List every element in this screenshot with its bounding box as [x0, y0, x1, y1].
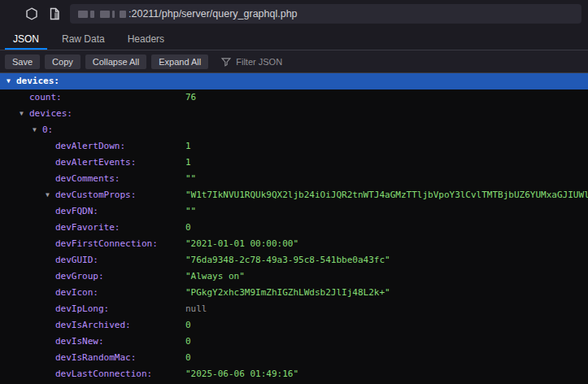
json-row[interactable]: devGroup:"Always on" [0, 268, 588, 285]
expand-all-button[interactable]: Expand All [151, 55, 208, 69]
json-value: "76da9348-2c78-49a3-95c8-541bbe0a43fc" [185, 252, 390, 268]
json-key: count: [29, 89, 62, 106]
json-toolbar: Save Copy Collapse All Expand All Filter… [0, 50, 588, 73]
json-key: devIpLong: [55, 301, 109, 317]
json-value: 0 [185, 317, 191, 334]
filter-icon [221, 57, 231, 67]
json-value: 0 [185, 334, 191, 350]
page-icon[interactable] [47, 7, 62, 21]
json-key: devFirstConnection: [55, 236, 158, 252]
json-value: 0 [185, 220, 191, 236]
collapse-all-button[interactable]: Collapse All [85, 55, 146, 69]
json-row[interactable]: devAlertEvents:1 [0, 155, 588, 171]
json-value: "" [185, 171, 196, 187]
json-key: devCustomProps: [55, 187, 136, 203]
copy-button[interactable]: Copy [45, 55, 81, 69]
json-value: "2021-01-01 00:00:00" [185, 236, 298, 252]
tab-headers[interactable]: Headers [116, 28, 176, 50]
url-text: :20211/php/server/query_graphql.php [128, 8, 298, 20]
json-key: devIcon: [55, 285, 98, 301]
json-row[interactable]: ▼devices: [0, 106, 588, 122]
json-key: devIsNew: [55, 334, 104, 350]
json-row[interactable]: devIpLong:null [0, 301, 588, 317]
json-value: 0 [185, 350, 191, 366]
json-key: devAlertEvents: [55, 155, 136, 171]
json-value: 1 [185, 155, 191, 171]
json-value: "PGkgY2xhc3M9ImZhIGZhLWdsb2JlIj48L2k+" [185, 285, 390, 301]
json-value: "W1t7IkNVU1RQUk9QX2ljb24iOiJQR2tnWTJ4aGM… [185, 187, 588, 203]
json-key: 0: [42, 122, 53, 138]
json-row[interactable]: devGUID:"76da9348-2c78-49a3-95c8-541bbe0… [0, 252, 588, 268]
json-row[interactable]: count:76 [0, 89, 588, 106]
json-row[interactable]: devLastConnection:"2025-06-06 01:49:16" [0, 366, 588, 382]
json-row[interactable]: ▼0: [0, 122, 588, 138]
shield-icon[interactable] [24, 7, 39, 21]
json-row[interactable]: devIcon:"PGkgY2xhc3M9ImZhIGZhLWdsb2JlIj4… [0, 285, 588, 301]
json-value: 1 [185, 138, 191, 155]
viewer-tabs: JSON Raw Data Headers [0, 28, 588, 50]
json-row[interactable]: devAlertDown:1 [0, 138, 588, 155]
json-row[interactable]: ▼devCustomProps:"W1t7IkNVU1RQUk9QX2ljb24… [0, 187, 588, 203]
json-key: devIsArchived: [55, 317, 131, 334]
json-row[interactable]: ▼devices: [0, 73, 588, 89]
json-key: devFQDN: [55, 203, 98, 220]
twisty-icon[interactable]: ▼ [7, 73, 11, 89]
tab-raw-data[interactable]: Raw Data [50, 28, 116, 50]
json-row[interactable]: devFirstConnection:"2021-01-01 00:00:00" [0, 236, 588, 252]
json-key: devices: [29, 106, 72, 122]
filter-placeholder: Filter JSON [236, 57, 282, 67]
json-value: 76 [185, 89, 196, 106]
json-row[interactable]: devIsNew:0 [0, 334, 588, 350]
json-key: devAlertDown: [55, 138, 125, 155]
json-value: "2025-06-06 01:49:16" [185, 366, 298, 382]
redacted-host [78, 11, 128, 18]
json-row[interactable]: devIsRandomMac:0 [0, 350, 588, 366]
save-button[interactable]: Save [5, 55, 40, 69]
url-bar[interactable]: :20211/php/server/query_graphql.php [70, 4, 581, 24]
twisty-icon[interactable]: ▼ [33, 122, 37, 138]
json-key: devLastConnection: [55, 366, 152, 382]
json-row[interactable]: devFavorite:0 [0, 220, 588, 236]
twisty-icon[interactable]: ▼ [46, 187, 50, 203]
json-row[interactable]: devFQDN:"" [0, 203, 588, 220]
json-tree: ▼devices:count:76▼devices:▼0:devAlertDow… [0, 73, 588, 382]
json-value: "" [185, 203, 196, 220]
json-row[interactable]: devIsArchived:0 [0, 317, 588, 334]
json-key: devFavorite: [55, 220, 120, 236]
json-value: null [185, 301, 207, 317]
json-key: devGUID: [55, 252, 98, 268]
json-key: devices: [16, 73, 59, 89]
json-key: devComments: [55, 171, 120, 187]
json-value: "Always on" [185, 268, 245, 285]
tab-json[interactable]: JSON [2, 28, 50, 50]
browser-toolbar: :20211/php/server/query_graphql.php [0, 0, 588, 28]
json-row[interactable]: devComments:"" [0, 171, 588, 187]
filter-json-input[interactable]: Filter JSON [221, 57, 282, 67]
twisty-icon[interactable]: ▼ [20, 106, 24, 122]
json-key: devIsRandomMac: [55, 350, 136, 366]
json-key: devGroup: [55, 268, 104, 285]
